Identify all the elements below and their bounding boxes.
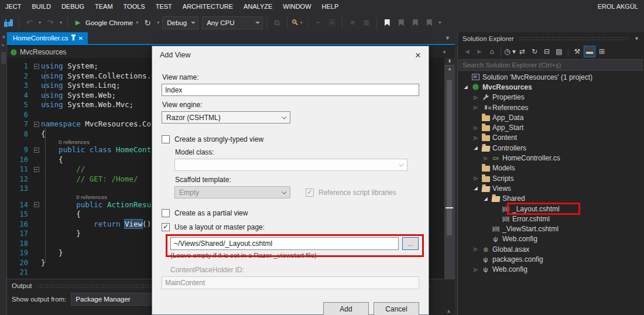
restart-icon[interactable]: ↻ [141,16,154,29]
find-in-files-icon[interactable]: 🔍︎▾ [291,16,304,29]
configuration-combobox[interactable]: Debug [162,16,198,29]
tree-item-web-config[interactable]: ▷ψWeb.config [458,265,644,275]
tree-item-app-data[interactable]: App_Data [458,112,644,122]
sync-with-active-document-icon[interactable]: ⇄ [516,46,528,57]
next-bookmark-icon[interactable] [409,16,422,29]
tree-item-controllers[interactable]: ◢Controllers [458,143,644,153]
chevron-down-icon[interactable]: ▼ [442,50,447,55]
tree-item--viewstart-cshtml[interactable]: [@]_ViewStart.cshtml [458,224,644,234]
browse-button[interactable]: ... [402,237,419,250]
attach-process-icon[interactable]: ⧉ [270,16,283,29]
expander-collapsed-icon[interactable]: ▷ [471,176,480,181]
show-all-files-icon[interactable]: ▬ [584,46,595,57]
scrollbar-thumb[interactable] [447,80,452,235]
menu-item-debug[interactable]: DEBUG [56,0,90,13]
menu-item-test[interactable]: TEST [150,0,177,13]
start-debug-icon[interactable]: ▶ [71,16,84,29]
home-icon[interactable]: ⌂ [486,46,498,57]
splitter-handle-icon[interactable]: ⬍ [444,58,455,66]
expander-collapsed-icon[interactable]: ▷ [471,105,480,110]
redo-dropdown-icon[interactable]: ▾ [58,20,64,25]
fold-icon[interactable]: − [34,122,39,127]
refresh-icon[interactable]: ↻ [529,46,540,57]
block-comment-icon[interactable]: ⌐ [311,16,324,29]
bookmarks-dropdown-icon[interactable]: ▾ [437,20,443,25]
search-input[interactable] [458,59,643,71]
menu-item-tools[interactable]: TOOLS [118,0,150,13]
dialog-title-bar[interactable]: Add View ✕ [152,46,429,64]
tree-item-shared[interactable]: ◢Shared [458,194,644,204]
undo-dropdown-icon[interactable]: ▾ [37,20,43,25]
properties-icon[interactable]: ⚒︎ [571,46,583,57]
signed-in-user[interactable]: EROL AKGÜL [598,3,644,10]
tree-item-models[interactable]: Models [458,163,644,173]
preview-selected-icon[interactable]: ▤ [553,46,565,57]
redo-icon[interactable]: ↷ [44,16,57,29]
expander-expanded-icon[interactable]: ◢ [481,196,490,201]
close-icon[interactable]: ✕ [78,35,83,42]
collapse-all-icon[interactable]: ⊟ [541,46,553,57]
undo-icon[interactable]: ↶ [23,16,36,29]
tab-homecontroller[interactable]: HomeController.cs ✕ [7,32,88,44]
output-source-combobox[interactable]: Package Manager [71,293,160,306]
expander-expanded-icon[interactable]: ◢ [471,186,480,191]
vertical-scrollbar[interactable]: ⬍ ▲ ▼ [444,58,455,286]
tree-item-references[interactable]: ▷References [458,102,644,112]
view-name-input[interactable] [162,84,419,96]
outdent-icon[interactable]: ≡ [346,16,359,29]
tree-item--layout-cshtml[interactable]: [@]_Layout.cshtml [458,204,644,214]
cancel-button[interactable]: Cancel [374,302,419,315]
prev-bookmark-icon[interactable] [395,16,407,29]
expander-collapsed-icon[interactable]: ▷ [471,95,480,100]
fold-icon[interactable]: − [34,167,39,172]
expander-collapsed-icon[interactable]: ▷ [481,156,490,161]
platform-combobox[interactable]: Any CPU [202,16,263,29]
uncomment-icon[interactable]: ⎘ [326,16,338,29]
strongly-typed-checkbox[interactable] [162,135,170,143]
menu-item-help[interactable]: HELP [317,0,344,13]
tree-item-error-cshtml[interactable]: [@]Error.cshtml [458,214,644,224]
fold-icon[interactable]: − [34,202,39,207]
chevron-down-icon[interactable]: ▾ [2,43,4,48]
save-all-icon[interactable] [2,16,15,29]
menu-item-window[interactable]: WINDOW [278,0,316,13]
menu-item-ject[interactable]: JECT [0,0,27,13]
add-button[interactable]: Add [323,302,369,315]
partial-view-checkbox[interactable] [162,209,170,217]
tree-item-scripts[interactable]: ▷Scripts [458,173,644,183]
tree-item-homecontroller-cs[interactable]: ▷C#HomeController.cs [458,153,644,163]
tree-item-app-start[interactable]: ▷App_Start [458,122,644,132]
layout-path-input[interactable] [170,237,399,250]
switch-views-icon[interactable]: ⊞ [596,46,608,57]
tree-item-views[interactable]: ◢Views [458,183,644,193]
tree-item-content[interactable]: ▷Content [458,133,644,143]
expander-expanded-icon[interactable]: ◢ [471,145,480,150]
expander-collapsed-icon[interactable]: ▷ [471,135,480,141]
restart-dropdown-icon[interactable]: ▾ [155,20,161,25]
back-icon[interactable]: ◄ [461,46,473,57]
view-engine-combobox[interactable]: Razor (CSHTML) [162,111,290,124]
menu-item-build[interactable]: BUILD [27,0,56,13]
scroll-up-icon[interactable]: ▲ [446,308,451,314]
breadcrumb[interactable]: MvcResources [20,48,66,56]
expander-collapsed-icon[interactable]: ▷ [471,246,480,252]
fold-icon[interactable]: − [34,64,39,69]
run-target-dropdown-icon[interactable]: ▾ [134,20,140,25]
tree-item-properties[interactable]: ▷Properties [458,93,644,102]
menu-item-team[interactable]: TEAM [90,0,118,13]
tree-item-packages-config[interactable]: ψpackages.config [458,254,644,264]
forward-icon[interactable]: ► [474,46,485,57]
menu-item-analyze[interactable]: ANALYZE [238,0,278,13]
run-target-label[interactable]: Google Chrome [85,19,133,26]
expander-expanded-icon[interactable]: ◢ [461,84,470,90]
tree-item-global-asax[interactable]: ▷⊛Global.asax [458,244,644,254]
close-icon[interactable]: ✕ [2,35,6,40]
solution-explorer-title-bar[interactable]: Solution Explorer ▼ [458,32,644,44]
expander-collapsed-icon[interactable]: ▷ [471,267,480,272]
tree-item-solution-mvcresources-1-project-[interactable]: Solution 'MvcResources' (1 project) [458,72,644,82]
tab-overflow-dropdown-icon[interactable]: ▼ [445,35,455,41]
menu-item-architecture[interactable]: ARCHITECTURE [177,0,238,13]
scroll-up-icon[interactable]: ▲ [444,66,455,73]
fold-icon[interactable]: − [34,148,39,153]
use-layout-checkbox[interactable] [162,223,170,231]
